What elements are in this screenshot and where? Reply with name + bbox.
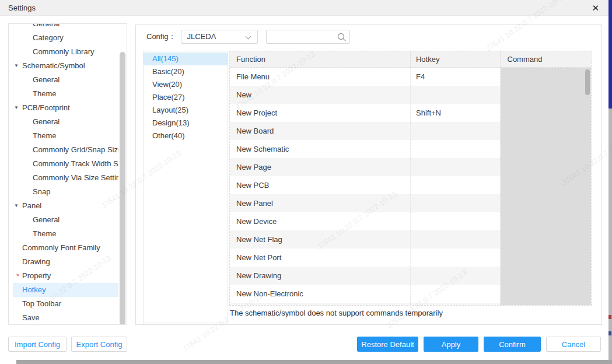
category-item-view[interactable]: View(20) — [144, 78, 228, 91]
search-icon[interactable] — [337, 33, 347, 42]
cell-command — [501, 212, 591, 230]
cell-command — [501, 194, 591, 212]
tree-expand-icon[interactable]: ▼ — [14, 199, 19, 213]
cell-command — [501, 86, 591, 104]
config-row: Config： JLCEDA — [146, 30, 350, 44]
cell-hotkey[interactable] — [411, 122, 501, 140]
cell-hotkey[interactable] — [411, 86, 501, 104]
category-item-basic[interactable]: Basic(20) — [144, 65, 228, 78]
table-scrollbar[interactable] — [585, 69, 590, 95]
background-app-artifact — [608, 315, 611, 319]
cell-hotkey[interactable] — [411, 249, 501, 267]
sidebar-item-general[interactable]: General — [13, 73, 118, 87]
sidebar-item-commonly-track-width[interactable]: Commonly Track Width Setti — [13, 157, 118, 171]
footer-left-buttons: Import Config Export Config — [8, 337, 127, 352]
command-support-note: The schematic/symbol does not support co… — [230, 309, 443, 317]
cell-hotkey[interactable] — [411, 158, 501, 176]
cell-function: New Project — [230, 104, 411, 122]
table-row: New ProjectShift+N — [230, 104, 591, 122]
cancel-button[interactable]: Cancel — [546, 337, 601, 352]
cell-hotkey[interactable]: Shift+N — [411, 104, 501, 122]
sidebar-item-top-toolbar[interactable]: Top Toolbar — [13, 297, 118, 311]
confirm-button[interactable]: Confirm — [484, 337, 541, 352]
background-app-bottom-edge — [16, 360, 612, 364]
sidebar-item-theme[interactable]: Theme — [13, 129, 118, 143]
settings-tree: General Category Commonly Library ▼Schem… — [9, 23, 127, 325]
sidebar-item-pcb-footprint[interactable]: ▼PCB/Footprint — [13, 101, 118, 115]
sidebar-item-general[interactable]: General — [13, 213, 118, 227]
cell-function: New Panel — [230, 194, 411, 212]
category-item-design[interactable]: Design(13) — [144, 117, 228, 130]
cell-hotkey[interactable] — [411, 285, 501, 303]
settings-nav: General Category Commonly Library ▼Schem… — [8, 23, 127, 325]
table-row: New Page — [230, 158, 591, 176]
cell-function: New Net Port — [230, 249, 411, 267]
cell-function: New Board — [230, 122, 411, 140]
tree-expand-icon[interactable]: ▼ — [14, 101, 19, 115]
sidebar-item-panel[interactable]: ▼Panel — [13, 199, 118, 213]
cell-command — [501, 176, 591, 194]
import-config-button[interactable]: Import Config — [8, 337, 67, 352]
table-row: New — [230, 86, 591, 104]
tree-expand-icon[interactable]: ▼ — [14, 59, 19, 73]
hotkey-table: Function Hotkey Command File MenuF4 New … — [229, 51, 592, 306]
sidebar-scrollbar[interactable] — [120, 52, 125, 325]
table-row-partial — [230, 303, 591, 306]
sidebar-item-general[interactable]: General — [13, 115, 118, 129]
background-app-edge — [608, 0, 612, 108]
table-header: Function Hotkey Command — [230, 51, 591, 68]
cell-hotkey[interactable] — [411, 267, 501, 285]
sidebar-item-commonly-grid-snap-size[interactable]: Commonly Grid/Snap Size S — [13, 143, 118, 157]
sidebar-item-commonly-font-family[interactable]: Commonly Font Family — [13, 241, 118, 255]
cell-hotkey[interactable] — [411, 212, 501, 230]
sidebar-item-drawing[interactable]: Drawing — [13, 255, 118, 269]
cell-function: New Schematic — [230, 140, 411, 158]
dialog-title: Settings — [8, 0, 36, 16]
column-header-hotkey: Hotkey — [411, 51, 501, 67]
table-row: New Net Flag — [230, 230, 591, 249]
cell-hotkey[interactable]: F4 — [411, 68, 501, 86]
export-config-button[interactable]: Export Config — [71, 337, 127, 352]
column-header-command: Command — [501, 51, 592, 67]
cell-command — [501, 104, 591, 122]
cell-command — [501, 140, 591, 158]
category-list: All(145) Basic(20) View(20) Place(27) La… — [143, 51, 228, 323]
category-item-place[interactable]: Place(27) — [144, 91, 228, 104]
cell-hotkey[interactable] — [411, 140, 501, 158]
sidebar-item-theme[interactable]: Theme — [13, 227, 118, 241]
hotkey-panel: Config： JLCEDA All(145) Basic(20) View(2… — [135, 24, 602, 325]
apply-button[interactable]: Apply — [424, 337, 478, 352]
sidebar-item-theme[interactable]: Theme — [13, 87, 118, 101]
table-row: New Panel — [230, 194, 591, 212]
sidebar-item-snap[interactable]: Snap — [13, 185, 118, 199]
sidebar-item-property[interactable]: *Property — [13, 269, 118, 283]
sidebar-item-schematic-symbol[interactable]: ▼Schematic/Symbol — [13, 59, 118, 73]
close-icon[interactable]: ✕ — [592, 0, 599, 16]
cell-command — [501, 122, 591, 140]
cell-function: File Menu — [230, 68, 411, 86]
cell-hotkey[interactable] — [411, 194, 501, 212]
column-header-function: Function — [230, 51, 411, 67]
sidebar-item-commonly-via-size[interactable]: Commonly Via Size Setting — [13, 171, 118, 185]
cell-hotkey[interactable] — [411, 230, 501, 249]
table-row: New Board — [230, 122, 591, 140]
sidebar-item-hotkey[interactable]: Hotkey — [13, 283, 118, 297]
sidebar-item-category[interactable]: Category — [13, 31, 118, 45]
table-row: New Schematic — [230, 140, 591, 158]
search-box — [266, 30, 350, 44]
sidebar-item-general[interactable]: General — [13, 23, 118, 31]
category-item-layout[interactable]: Layout(25) — [144, 104, 228, 117]
sidebar-item-commonly-library[interactable]: Commonly Library — [13, 45, 118, 59]
sidebar-item-save[interactable]: Save — [13, 311, 118, 325]
footer-right-buttons: Restore Default Apply Confirm Cancel — [357, 337, 601, 352]
category-item-all[interactable]: All(145) — [144, 52, 228, 65]
cell-function: New PCB — [230, 176, 411, 194]
config-select[interactable]: JLCEDA — [181, 30, 258, 44]
cell-function: New Drawing — [230, 267, 411, 285]
cell-hotkey[interactable] — [411, 176, 501, 194]
config-select-value: JLCEDA — [187, 32, 216, 41]
restore-default-button[interactable]: Restore Default — [357, 337, 418, 352]
category-item-other[interactable]: Other(40) — [144, 130, 228, 142]
background-app-artifact — [608, 331, 611, 335]
cell-command — [501, 249, 591, 267]
